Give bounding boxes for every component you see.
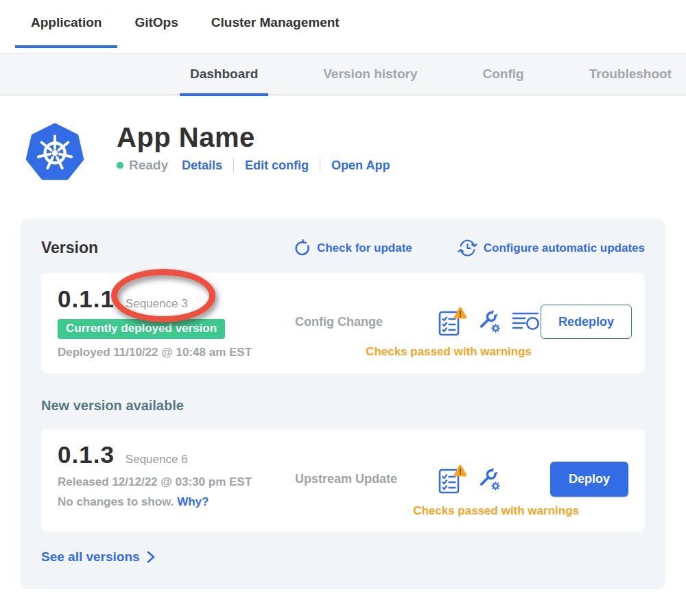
auto-update-clock-icon [458,238,477,258]
tab-application[interactable]: Application [31,15,102,53]
tab-version-history[interactable]: Version history [323,53,417,95]
sequence-label: Sequence 3 [126,297,188,311]
version-panel: Version Check for update [21,219,665,589]
version-source-label: Upstream Update [295,472,438,486]
divider [320,158,320,172]
no-changes-text: No changes to show. Why? [58,495,295,509]
current-version-info: 0.1.1 Sequence 3 Currently deployed vers… [58,285,295,359]
available-version-detail: Upstream Update [295,441,628,518]
version-number: 0.1.3 [58,441,115,469]
deploy-button[interactable]: Deploy [550,462,628,497]
status-dot [117,162,123,169]
tab-cluster-management[interactable]: Cluster Management [211,15,340,53]
sub-nav: Dashboard Version history Config Trouble… [0,53,686,95]
available-version-row: 0.1.3 Sequence 6 Released 12/12/22 @ 03:… [58,441,628,518]
preflight-checklist-icon[interactable] [438,306,466,337]
current-version-card: 0.1.1 Sequence 3 Currently deployed vers… [41,273,645,373]
tab-troubleshoot[interactable]: Troubleshoot [589,53,672,95]
redeploy-button[interactable]: Redeploy [541,305,632,339]
available-version-card: 0.1.3 Sequence 6 Released 12/12/22 @ 03:… [41,429,645,532]
divider [233,158,234,172]
version-panel-actions: Check for update Configure automatic upd… [293,238,645,258]
tab-dashboard[interactable]: Dashboard [190,53,258,95]
version-check-icons [438,464,501,495]
refresh-icon [293,239,311,257]
new-version-heading: New version available [41,398,645,414]
currently-deployed-badge: Currently deployed version [58,319,225,339]
version-number: 0.1.1 [58,285,115,313]
status-badge: Ready [129,158,168,173]
preflight-checklist-icon[interactable] [438,464,466,495]
details-link[interactable]: Details [182,158,222,173]
checks-status-current: Checks passed with warnings [366,345,532,359]
see-all-versions-label: See all versions [41,549,140,565]
chevron-right-icon [147,550,155,564]
current-version-detail: Config Change [295,285,632,359]
edit-config-link[interactable]: Edit config [245,158,309,173]
diff-magnifier-icon[interactable] [512,310,541,333]
configure-automatic-updates-link[interactable]: Configure automatic updates [458,238,645,258]
tab-gitops[interactable]: GitOps [134,15,178,53]
config-wrench-gear-icon[interactable] [477,467,501,492]
admin-console-screen: Application GitOps Cluster Management Da… [0,0,686,616]
available-version-info: 0.1.3 Sequence 6 Released 12/12/22 @ 03:… [58,441,295,509]
app-header-text: App Name Ready Details Edit config Open … [117,121,390,173]
check-for-update-label: Check for update [317,241,412,255]
deployed-timestamp: Deployed 11/10/22 @ 10:48 am EST [58,346,295,359]
sequence-label: Sequence 6 [126,453,188,466]
configure-automatic-updates-label: Configure automatic updates [484,241,645,255]
open-app-link[interactable]: Open App [331,158,390,173]
current-version-row: 0.1.1 Sequence 3 Currently deployed vers… [58,285,628,359]
page-title: App Name [117,121,390,153]
check-for-update-link[interactable]: Check for update [293,238,412,258]
version-source-label: Config Change [295,315,438,329]
see-all-versions-link[interactable]: See all versions [41,549,645,565]
kubernetes-logo [25,121,85,185]
version-check-icons [438,306,541,337]
why-link[interactable]: Why? [177,495,209,508]
tab-config[interactable]: Config [483,53,524,95]
version-panel-header: Version Check for update [41,238,645,258]
version-heading: Version [41,239,98,257]
released-timestamp: Released 12/12/22 @ 03:30 pm EST [58,475,295,489]
config-wrench-gear-icon[interactable] [477,309,501,334]
checks-status-available: Checks passed with warnings [413,504,579,518]
app-status-row: Ready Details Edit config Open App [117,158,390,173]
app-header: App Name Ready Details Edit config Open … [25,121,686,185]
no-changes-label: No changes to show. [58,495,174,508]
top-nav: Application GitOps Cluster Management [0,0,686,53]
